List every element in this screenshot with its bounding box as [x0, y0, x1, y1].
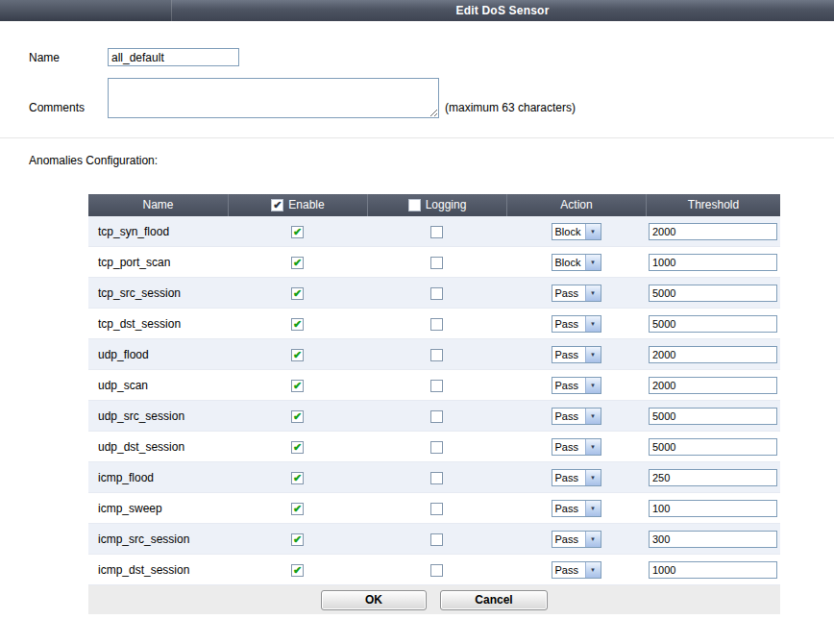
title-bar-left-segment: [0, 0, 172, 21]
table-footer: OK Cancel: [88, 585, 780, 614]
threshold-input[interactable]: [649, 469, 777, 486]
dropdown-arrow-icon: ▼: [585, 378, 601, 393]
comments-field-row: Comments (maximum 63 characters): [29, 78, 834, 118]
threshold-input[interactable]: [649, 254, 777, 271]
logging-checkbox[interactable]: [430, 533, 443, 546]
threshold-input[interactable]: [649, 285, 777, 302]
column-header-name: Name: [88, 194, 228, 216]
action-select[interactable]: Block ▼: [552, 223, 601, 240]
anomaly-name: tcp_dst_session: [88, 317, 228, 331]
anomaly-name: udp_flood: [88, 348, 228, 361]
action-select[interactable]: Pass ▼: [552, 531, 601, 548]
threshold-input[interactable]: [649, 315, 777, 333]
table-row: icmp_flood ✔ Pass ▼: [88, 462, 780, 493]
logging-checkbox[interactable]: [430, 410, 443, 423]
action-select[interactable]: Block ▼: [552, 254, 601, 271]
content-area: Name Comments (maximum 63 characters) An…: [0, 21, 834, 614]
ok-button[interactable]: OK: [321, 590, 427, 610]
enable-checkbox[interactable]: ✔: [291, 472, 304, 484]
table-row: tcp_dst_session ✔ Pass ▼: [88, 309, 780, 339]
anomaly-name: icmp_dst_session: [88, 563, 228, 577]
name-input[interactable]: [108, 48, 239, 66]
anomaly-name: udp_src_session: [88, 409, 228, 423]
logging-checkbox[interactable]: [430, 441, 443, 454]
anomalies-section-label: Anomalies Configuration:: [29, 154, 834, 167]
logging-checkbox[interactable]: [430, 564, 443, 577]
table-row: udp_flood ✔ Pass ▼: [88, 339, 780, 370]
enable-checkbox[interactable]: ✔: [291, 349, 304, 361]
table-row: tcp_syn_flood ✔ Block ▼: [88, 216, 780, 247]
threshold-input[interactable]: [649, 377, 777, 394]
action-select[interactable]: Pass ▼: [552, 438, 601, 456]
action-select[interactable]: Pass ▼: [552, 285, 601, 302]
section-separator: [0, 137, 834, 138]
logging-checkbox[interactable]: [430, 380, 443, 392]
table-row: icmp_sweep ✔ Pass ▼: [88, 493, 780, 524]
threshold-input[interactable]: [649, 500, 777, 517]
table-row: icmp_src_session ✔ Pass ▼: [88, 524, 780, 555]
comments-textarea[interactable]: [108, 78, 439, 118]
dropdown-arrow-icon: ▼: [585, 224, 601, 239]
action-select[interactable]: Pass ▼: [552, 315, 601, 333]
table-body: tcp_syn_flood ✔ Block ▼ tcp_port_scan ✔ …: [88, 216, 780, 585]
table-row: udp_src_session ✔ Pass ▼: [88, 401, 780, 432]
enable-checkbox[interactable]: ✔: [291, 287, 304, 300]
threshold-input[interactable]: [649, 561, 777, 579]
logging-checkbox[interactable]: [430, 349, 443, 361]
logging-checkbox[interactable]: [430, 472, 443, 484]
action-select[interactable]: Pass ▼: [552, 469, 601, 486]
anomaly-name: udp_dst_session: [88, 440, 228, 454]
anomaly-name: tcp_src_session: [88, 286, 228, 300]
enable-all-checkbox[interactable]: ✔: [271, 199, 283, 211]
action-select[interactable]: Pass ▼: [552, 377, 601, 394]
enable-checkbox[interactable]: ✔: [291, 533, 304, 546]
name-label: Name: [29, 48, 108, 66]
table-row: tcp_port_scan ✔ Block ▼: [88, 247, 780, 278]
logging-checkbox[interactable]: [430, 503, 443, 515]
threshold-input[interactable]: [649, 408, 777, 425]
enable-checkbox[interactable]: ✔: [291, 226, 304, 238]
enable-checkbox[interactable]: ✔: [291, 380, 304, 392]
cancel-button[interactable]: Cancel: [440, 590, 548, 610]
column-header-enable: ✔ Enable: [228, 194, 367, 216]
dropdown-arrow-icon: ▼: [585, 501, 601, 516]
column-header-threshold: Threshold: [646, 194, 780, 216]
enable-checkbox[interactable]: ✔: [291, 564, 304, 577]
threshold-input[interactable]: [649, 223, 777, 240]
dropdown-arrow-icon: ▼: [585, 409, 601, 424]
comments-label: Comments: [29, 101, 108, 118]
enable-checkbox[interactable]: ✔: [291, 410, 304, 423]
anomaly-name: icmp_sweep: [88, 502, 228, 515]
dropdown-arrow-icon: ▼: [585, 562, 601, 578]
anomaly-name: tcp_syn_flood: [88, 225, 228, 238]
name-field-row: Name: [29, 48, 834, 66]
anomaly-name: udp_scan: [88, 379, 228, 392]
threshold-input[interactable]: [649, 531, 777, 548]
table-row: udp_scan ✔ Pass ▼: [88, 370, 780, 401]
anomaly-name: icmp_flood: [88, 471, 228, 484]
logging-all-checkbox[interactable]: [408, 199, 421, 211]
logging-checkbox[interactable]: [430, 287, 443, 300]
threshold-input[interactable]: [649, 346, 777, 363]
threshold-input[interactable]: [649, 438, 777, 456]
action-select[interactable]: Pass ▼: [552, 408, 601, 425]
action-select[interactable]: Pass ▼: [552, 561, 601, 579]
enable-checkbox[interactable]: ✔: [291, 318, 304, 331]
anomaly-name: icmp_src_session: [88, 533, 228, 546]
dropdown-arrow-icon: ▼: [585, 347, 601, 362]
enable-checkbox[interactable]: ✔: [291, 441, 304, 454]
action-select[interactable]: Pass ▼: [552, 500, 601, 517]
enable-checkbox[interactable]: ✔: [291, 503, 304, 515]
enable-checkbox[interactable]: ✔: [291, 257, 304, 269]
table-row: udp_dst_session ✔ Pass ▼: [88, 432, 780, 462]
logging-checkbox[interactable]: [430, 318, 443, 331]
action-select[interactable]: Pass ▼: [552, 346, 601, 363]
dropdown-arrow-icon: ▼: [585, 255, 601, 270]
column-header-action: Action: [506, 194, 646, 216]
dropdown-arrow-icon: ▼: [585, 439, 601, 455]
dropdown-arrow-icon: ▼: [585, 285, 601, 301]
comments-max-hint: (maximum 63 characters): [445, 101, 576, 118]
logging-checkbox[interactable]: [430, 257, 443, 269]
page-title: Edit DoS Sensor: [171, 0, 834, 21]
logging-checkbox[interactable]: [430, 226, 443, 238]
